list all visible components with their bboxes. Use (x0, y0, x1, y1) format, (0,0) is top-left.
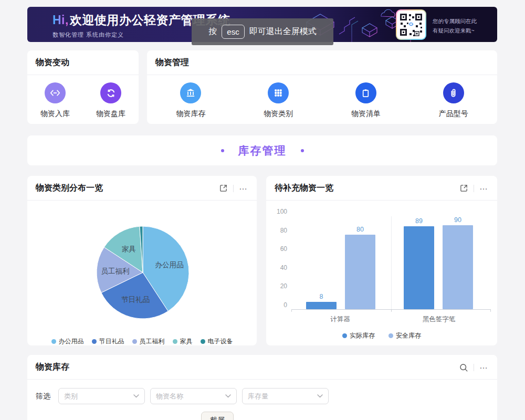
category-label: 黑色签字笔 (407, 315, 470, 324)
transfer-icon (45, 82, 66, 103)
section-title: 库存管理 (238, 143, 287, 158)
nav-label: 物资库存 (176, 109, 205, 119)
divider (474, 364, 474, 371)
expand-icon[interactable] (459, 184, 468, 193)
expand-icon[interactable] (219, 184, 228, 193)
legend-item[interactable]: 实际库存 (342, 331, 375, 340)
qr-code[interactable] (396, 9, 426, 40)
nav-label: 物资入库 (40, 109, 70, 119)
legend-item[interactable]: 电子设备 (201, 337, 233, 346)
more-options-icon[interactable]: … (479, 363, 489, 372)
bar-actual-pen[interactable]: 89 (404, 226, 434, 309)
pie-card-title: 物资类别分布一览 (36, 183, 103, 194)
more-options-icon[interactable]: … (479, 184, 489, 193)
material-change-card: 物资变动 物资入库 物资盘库 (27, 50, 139, 124)
toast-suffix: 即可退出全屏模式 (249, 26, 317, 37)
sync-icon (100, 82, 121, 103)
inventory-card: 物资库存 … 筛选 类别 物资名称 库存量 (27, 355, 497, 420)
banner-greeting-highlight: Hi, (52, 13, 69, 27)
nav-item-material-list[interactable]: 物资清单 (351, 82, 381, 119)
legend-item[interactable]: 家具 (173, 337, 193, 346)
legend-item[interactable]: 员工福利 (132, 337, 165, 346)
y-tick: 20 (266, 282, 287, 290)
screenshot-button[interactable]: 截屏 (201, 412, 234, 420)
y-tick: 0 (266, 301, 287, 309)
svg-text:办公用品: 办公用品 (155, 261, 184, 269)
nav-item-material-category[interactable]: 物资类别 (264, 82, 293, 119)
nav-item-material-inbound[interactable]: 物资入库 (40, 82, 70, 119)
category-select[interactable]: 类别 (58, 388, 145, 404)
bar-safety-calculator[interactable]: 80 (345, 235, 375, 309)
nav-label: 物资盘库 (96, 109, 125, 119)
divider (233, 185, 234, 192)
qr-pattern (398, 12, 424, 37)
search-icon[interactable] (459, 363, 468, 372)
pie-legend: 办公用品 节日礼品 员工福利 家具 电子设备 (27, 337, 257, 346)
right-dot (301, 149, 304, 152)
category-split-line (391, 216, 392, 309)
filter-label: 筛选 (36, 392, 50, 401)
y-tick: 40 (266, 264, 287, 271)
legend-item[interactable]: 安全库存 (388, 331, 421, 340)
y-tick: 100 (266, 208, 287, 215)
axis-tick (391, 309, 392, 312)
nav-label: 产品型号 (439, 109, 468, 119)
axis-tick (490, 309, 491, 312)
material-name-select[interactable]: 物资名称 (150, 388, 237, 404)
chevron-down-icon (133, 394, 139, 398)
left-dot (221, 149, 224, 152)
inventory-title: 物资库存 (36, 362, 69, 373)
paperclip-icon (443, 82, 464, 103)
y-tick: 80 (266, 227, 287, 234)
grid-icon (268, 82, 289, 103)
axis-tick (291, 309, 292, 312)
stock-amount-select[interactable]: 库存量 (242, 388, 329, 404)
category-distribution-card: 物资类别分布一览 … 办公用品节日礼品员工福利家具 办公用品 节日礼品 员工福利… (27, 176, 257, 345)
material-manage-card: 物资管理 物资库存 物资类别 (147, 50, 497, 124)
category-label: 计算器 (314, 315, 366, 324)
clipboard-icon (355, 82, 376, 103)
svg-text:员工福利: 员工福利 (101, 267, 129, 275)
bank-icon (180, 82, 201, 103)
restock-needed-card: 待补充物资一览 … 0 20 40 60 80 100 8 80 89 90 计… (266, 176, 497, 345)
bar-safety-pen[interactable]: 90 (443, 225, 473, 309)
bar-card-title: 待补充物资一览 (275, 183, 333, 194)
pie-chart[interactable]: 办公用品节日礼品员工福利家具 (27, 201, 257, 332)
fullscreen-exit-toast: 按 esc 即可退出全屏模式 (192, 18, 333, 45)
bar-legend: 实际库存 安全库存 (266, 331, 497, 340)
chevron-down-icon (225, 394, 231, 398)
svg-text:节日礼品: 节日礼品 (121, 296, 150, 303)
nav-item-material-stocktake[interactable]: 物资盘库 (96, 82, 125, 119)
esc-keycap: esc (222, 25, 244, 39)
bar-actual-calculator[interactable]: 8 (306, 302, 337, 309)
nav-item-product-model[interactable]: 产品型号 (439, 82, 468, 119)
nav-label: 物资清单 (351, 109, 381, 119)
material-change-title: 物资变动 (36, 57, 69, 68)
plot-area: 8 80 89 90 计算器 黑色签字笔 (291, 216, 491, 310)
nav-label: 物资类别 (264, 109, 293, 119)
more-options-icon[interactable]: … (239, 184, 248, 193)
divider (474, 185, 474, 192)
svg-text:家具: 家具 (122, 245, 136, 253)
bar-chart[interactable]: 0 20 40 60 80 100 8 80 89 90 计算器 黑色签字笔 实… (266, 200, 497, 345)
section-banner-inventory-management: 库存管理 (27, 135, 497, 165)
material-manage-title: 物资管理 (155, 57, 189, 68)
y-tick: 60 (266, 245, 287, 253)
chevron-down-icon (317, 394, 323, 398)
nav-item-material-inventory[interactable]: 物资库存 (176, 82, 205, 119)
legend-item[interactable]: 节日礼品 (92, 337, 124, 346)
qr-caption: 您的专属顾问在此 有疑问欢迎来戳~ (433, 16, 477, 36)
legend-item[interactable]: 办公用品 (51, 337, 84, 346)
toast-prefix: 按 (208, 26, 217, 37)
